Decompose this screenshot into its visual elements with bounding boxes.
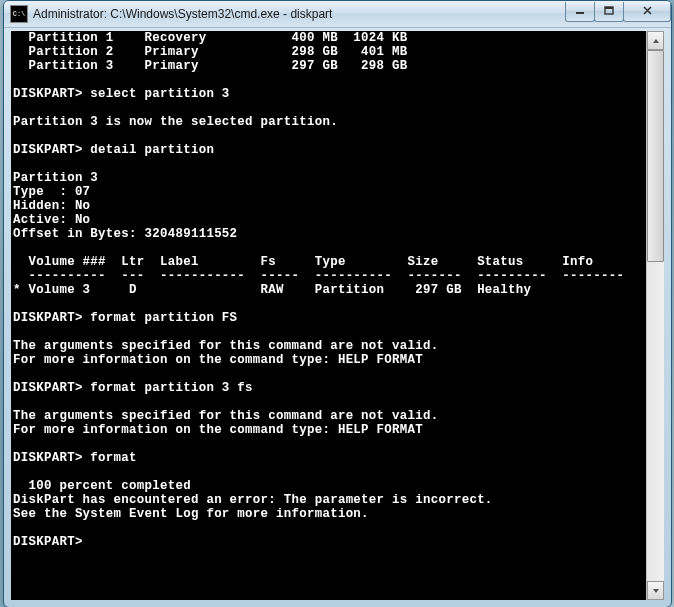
terminal-line: For more information on the command type… (13, 423, 646, 437)
svg-rect-0 (576, 12, 584, 14)
terminal-line: * Volume 3 D RAW Partition 297 GB Health… (13, 283, 646, 297)
chevron-down-icon (652, 587, 660, 595)
terminal-line (13, 157, 646, 171)
terminal-line: DISKPART> detail partition (13, 143, 646, 157)
scroll-up-button[interactable] (647, 31, 664, 50)
terminal-line: Partition 2 Primary 298 GB 401 MB (13, 45, 646, 59)
terminal-line (13, 129, 646, 143)
close-button[interactable] (623, 2, 671, 22)
terminal-line (13, 395, 646, 409)
terminal-line (13, 465, 646, 479)
terminal-line (13, 101, 646, 115)
vertical-scrollbar[interactable] (646, 31, 664, 600)
terminal-line: The arguments specified for this command… (13, 409, 646, 423)
terminal-line: Partition 1 Recovery 400 MB 1024 KB (13, 31, 646, 45)
terminal-line: DISKPART> format partition FS (13, 311, 646, 325)
terminal-line: Type : 07 (13, 185, 646, 199)
terminal-line: DISKPART> select partition 3 (13, 87, 646, 101)
terminal-line (13, 297, 646, 311)
terminal-line (13, 521, 646, 535)
terminal-line: See the System Event Log for more inform… (13, 507, 646, 521)
terminal-line: Partition 3 (13, 171, 646, 185)
window-controls (566, 2, 671, 21)
close-icon (642, 6, 653, 16)
terminal-line: DiskPart has encountered an error: The p… (13, 493, 646, 507)
terminal-line: For more information on the command type… (13, 353, 646, 367)
terminal-line: Offset in Bytes: 320489111552 (13, 227, 646, 241)
terminal-line (13, 325, 646, 339)
cmd-icon (10, 5, 28, 23)
terminal-line: Partition 3 Primary 297 GB 298 GB (13, 59, 646, 73)
maximize-icon (604, 6, 615, 16)
terminal-line (13, 437, 646, 451)
terminal-line: DISKPART> format partition 3 fs (13, 381, 646, 395)
terminal-line: DISKPART> format (13, 451, 646, 465)
terminal-line (13, 73, 646, 87)
window-title: Administrator: C:\Windows\System32\cmd.e… (33, 7, 566, 21)
titlebar[interactable]: Administrator: C:\Windows\System32\cmd.e… (4, 1, 671, 28)
terminal-line: ---------- --- ----------- ----- -------… (13, 269, 646, 283)
chevron-up-icon (652, 37, 660, 45)
terminal-line: Active: No (13, 213, 646, 227)
scroll-down-button[interactable] (647, 581, 664, 600)
terminal-line: Partition 3 is now the selected partitio… (13, 115, 646, 129)
terminal-line (13, 367, 646, 381)
minimize-icon (575, 6, 586, 16)
terminal-line (13, 549, 646, 563)
client-area: Partition 1 Recovery 400 MB 1024 KB Part… (11, 31, 664, 600)
scroll-track[interactable] (647, 50, 664, 581)
minimize-button[interactable] (565, 2, 595, 22)
terminal-line: Volume ### Ltr Label Fs Type Size Status… (13, 255, 646, 269)
terminal-output[interactable]: Partition 1 Recovery 400 MB 1024 KB Part… (11, 31, 646, 600)
terminal-line: Hidden: No (13, 199, 646, 213)
terminal-line (13, 241, 646, 255)
cmd-window: Administrator: C:\Windows\System32\cmd.e… (3, 0, 672, 607)
scroll-thumb[interactable] (647, 50, 664, 262)
terminal-line: DISKPART> (13, 535, 646, 549)
maximize-button[interactable] (594, 2, 624, 22)
svg-rect-2 (605, 7, 613, 9)
terminal-line: 100 percent completed (13, 479, 646, 493)
terminal-line: The arguments specified for this command… (13, 339, 646, 353)
